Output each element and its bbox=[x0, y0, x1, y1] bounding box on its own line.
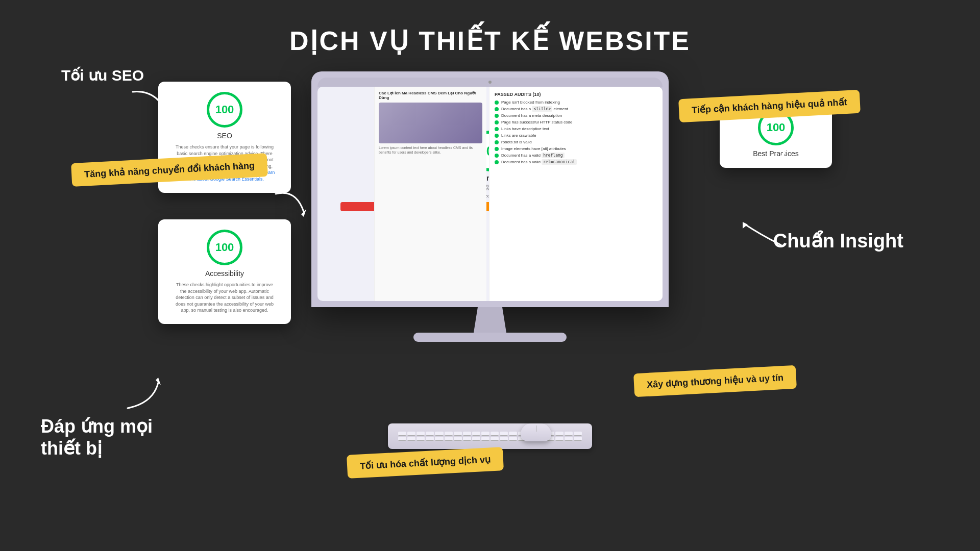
label-responsive: Đáp ứng mọi thiết bị bbox=[41, 415, 153, 459]
audit-item-5: Links have descriptive text bbox=[495, 127, 657, 131]
audit-item-7: robots.txt is valid bbox=[495, 140, 657, 144]
arrow-chuaninsight bbox=[735, 214, 786, 255]
audit-item-9: Document has a valid hreflang bbox=[495, 153, 657, 158]
arrow-tiepcan bbox=[776, 122, 817, 163]
article-preview: Các Lợi Ích Mà Headless CMS Dem Lại Cho … bbox=[374, 87, 486, 301]
accessibility-card-label: Accessibility bbox=[205, 269, 244, 278]
label-seo: Tối ưu SEO bbox=[61, 66, 144, 84]
article-text: Lorem ipsum content text here about head… bbox=[379, 145, 482, 155]
seo-score-circle: 100 bbox=[207, 92, 242, 128]
accessibility-card-desc: These checks highlight opportunities to … bbox=[174, 282, 276, 314]
accessibility-score-circle: 100 bbox=[207, 230, 242, 265]
label-toiuuhoa: Tối ưu hóa chất lượng dịch vụ bbox=[347, 447, 504, 479]
audit-item-3: Document has a meta description bbox=[495, 113, 657, 118]
mouse-line bbox=[536, 425, 536, 432]
passed-audits-title: PASSED AUDITS (10) bbox=[495, 92, 657, 97]
audit-item-8: Image elements have [alt] attributes bbox=[495, 146, 657, 151]
audit-item-4: Page has successful HTTP status code bbox=[495, 120, 657, 124]
monitor-notch bbox=[317, 78, 663, 87]
audit-panel: PASSED AUDITS (10) Page isn't blocked fr… bbox=[489, 87, 663, 301]
label-chuaninsight: Chuẩn Insight bbox=[773, 230, 903, 252]
label-xaydung: Xây dựng thương hiệu và uy tín bbox=[633, 365, 797, 397]
monitor-screen: 100 Performance 100 Accessibility bbox=[317, 87, 663, 301]
arrow-responsive bbox=[117, 372, 168, 413]
arrow-conversion bbox=[271, 184, 311, 224]
audit-item-6: Links are crawlable bbox=[495, 133, 657, 138]
page-title: DỊCH VỤ THIẾT KẾ WEBSITE bbox=[0, 0, 980, 56]
keyboard-keys bbox=[398, 432, 582, 441]
label-tiepcan: Tiếp cận khách hàng hiệu quả nhất bbox=[678, 90, 861, 122]
monitor-stand-neck bbox=[470, 307, 510, 333]
arrow-seo bbox=[128, 87, 179, 128]
monitor-display: 100 Performance 100 Accessibility bbox=[311, 71, 669, 342]
audit-item-10: Document has a valid rel=canonical bbox=[495, 160, 657, 164]
screen-content-area: 100 Performance 100 Accessibility bbox=[317, 87, 663, 301]
keyboard bbox=[388, 423, 592, 449]
article-title: Các Lợi Ích Mà Headless CMS Dem Lại Cho … bbox=[379, 91, 482, 100]
monitor-camera bbox=[488, 81, 492, 84]
accessibility-float-card: 100 Accessibility These checks highlight… bbox=[158, 219, 291, 324]
monitor-body: 100 Performance 100 Accessibility bbox=[311, 71, 669, 307]
mouse bbox=[521, 423, 551, 441]
audit-list: Page isn't blocked from indexing Documen… bbox=[495, 100, 657, 164]
audit-item-1: Page isn't blocked from indexing bbox=[495, 100, 657, 105]
keyboard-area bbox=[380, 421, 600, 449]
article-image bbox=[379, 103, 482, 143]
seo-card-label: SEO bbox=[217, 132, 232, 140]
audit-item-2: Document has a <title> element bbox=[495, 107, 657, 111]
monitor-stand-base bbox=[413, 333, 567, 342]
